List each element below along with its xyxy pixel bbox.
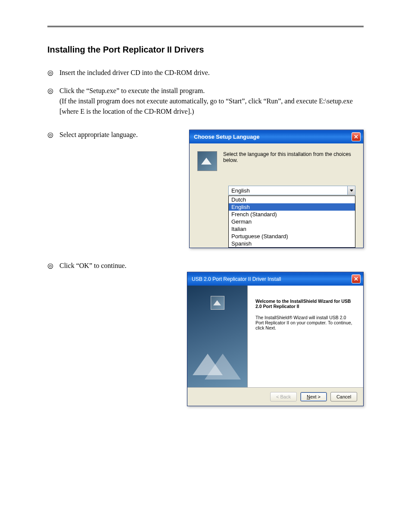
bullet-icon: ◎ bbox=[47, 86, 55, 96]
language-options-list[interactable]: DutchEnglishFrench (Standard)GermanItali… bbox=[228, 196, 355, 248]
wizard-welcome-heading: Welcome to the InstallShield Wizard for … bbox=[255, 299, 355, 309]
choose-language-dialog: Choose Setup Language ✕ Select the langu… bbox=[189, 130, 364, 248]
language-option[interactable]: English bbox=[229, 203, 355, 211]
install-wizard-screenshot: USB 2.0 Port Replicator II Driver Instal… bbox=[187, 272, 364, 406]
step-text-line: (If the install program does not execute… bbox=[59, 97, 353, 115]
next-button[interactable]: Next > bbox=[300, 392, 327, 401]
step-text-line: Click the “Setup.exe” to execute the ins… bbox=[59, 87, 205, 94]
step-text: Insert the included driver CD into the C… bbox=[59, 68, 364, 78]
language-option[interactable]: Dutch bbox=[229, 196, 355, 203]
step-2: ◎ Click the “Setup.exe” to execute the i… bbox=[47, 86, 364, 117]
dialog-message: Select the language for this installatio… bbox=[223, 151, 355, 171]
close-icon[interactable]: ✕ bbox=[352, 132, 361, 141]
step-text: Click the “Setup.exe” to execute the ins… bbox=[59, 86, 364, 117]
language-option[interactable]: German bbox=[229, 218, 355, 225]
next-button-label: Next > bbox=[307, 394, 321, 399]
step-text: Click “OK” to continue. bbox=[59, 261, 177, 271]
step-text: Select appropriate language. bbox=[59, 130, 177, 140]
language-option[interactable]: Spanish bbox=[229, 240, 355, 247]
titlebar: Choose Setup Language ✕ bbox=[190, 130, 363, 143]
cancel-button[interactable]: Cancel bbox=[330, 392, 357, 401]
installshield-icon bbox=[197, 151, 217, 171]
cancel-button-label: Cancel bbox=[336, 394, 351, 399]
language-option[interactable]: French (Standard) bbox=[229, 211, 355, 218]
step-1: ◎ Insert the included driver CD into the… bbox=[47, 68, 364, 78]
titlebar: USB 2.0 Port Replicator II Driver Instal… bbox=[187, 272, 363, 286]
wizard-side-graphic bbox=[187, 286, 248, 387]
bullet-icon: ◎ bbox=[47, 261, 55, 271]
bullet-icon: ◎ bbox=[47, 130, 55, 140]
close-icon[interactable]: ✕ bbox=[352, 274, 361, 283]
installshield-icon bbox=[211, 296, 224, 310]
wizard-description: The InstallShield® Wizard will install U… bbox=[255, 315, 355, 330]
language-option[interactable]: Italian bbox=[229, 225, 355, 233]
back-button-label: < Back bbox=[276, 394, 291, 399]
dialog-title: USB 2.0 Port Replicator II Driver Instal… bbox=[190, 276, 281, 282]
back-button: < Back bbox=[270, 392, 297, 401]
chevron-down-icon[interactable] bbox=[347, 186, 355, 195]
wizard-button-row: < Back Next > Cancel bbox=[187, 387, 363, 406]
language-dropdown[interactable]: English bbox=[228, 186, 355, 195]
dialog-title: Choose Setup Language bbox=[192, 134, 259, 140]
language-dialog-screenshot: Choose Setup Language ✕ Select the langu… bbox=[189, 130, 364, 248]
step-3: ◎ Select appropriate language. bbox=[47, 130, 177, 140]
step-4: ◎ Click “OK” to continue. bbox=[47, 261, 177, 271]
language-selected-value: English bbox=[231, 187, 250, 194]
section-heading: Installing the Port Replicator II Driver… bbox=[47, 45, 364, 55]
horizontal-divider bbox=[47, 26, 364, 28]
language-option[interactable]: Portuguese (Standard) bbox=[229, 233, 355, 240]
wizard-content: Welcome to the InstallShield Wizard for … bbox=[248, 286, 363, 387]
bullet-icon: ◎ bbox=[47, 68, 55, 78]
install-wizard-dialog: USB 2.0 Port Replicator II Driver Instal… bbox=[187, 272, 364, 406]
